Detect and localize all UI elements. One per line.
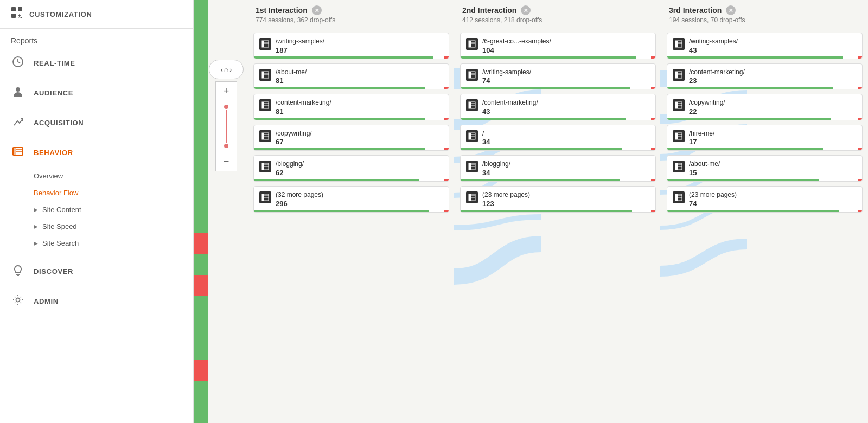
col1-node-6[interactable]: (32 more pages) 296 bbox=[253, 186, 449, 213]
zoom-indicator-top bbox=[224, 105, 228, 109]
page-icon-c2-5 bbox=[466, 161, 478, 172]
svg-rect-34 bbox=[262, 163, 264, 170]
svg-point-9 bbox=[16, 87, 20, 92]
sidebar-item-acquisition[interactable]: ACQUISITION bbox=[0, 108, 193, 138]
col1-subtitle: 774 sessions, 362 drop-offs bbox=[256, 16, 449, 24]
svg-text:+: + bbox=[18, 13, 21, 18]
col3-node6-text: (23 more pages) 74 bbox=[689, 191, 857, 208]
customization-nav[interactable]: + CUSTOMIZATION bbox=[0, 0, 193, 29]
acquisition-icon bbox=[11, 116, 25, 130]
divider-1 bbox=[11, 254, 182, 254]
col1-title: 1st Interaction bbox=[256, 6, 308, 15]
nav-home-icon[interactable]: ⌂ bbox=[224, 65, 228, 74]
col3-node1-bar bbox=[667, 56, 862, 59]
col3-node-2[interactable]: /content-marketing/ 23 bbox=[667, 63, 863, 90]
sidebar-item-discover[interactable]: DISCOVER bbox=[0, 257, 193, 286]
col2-title: 2nd Interaction bbox=[462, 6, 516, 15]
clock-icon bbox=[11, 56, 25, 70]
svg-rect-54 bbox=[469, 133, 471, 139]
sidebar-item-admin[interactable]: ADMIN bbox=[0, 286, 193, 316]
page-icon-c3-5 bbox=[673, 161, 685, 172]
col2-node5-bar bbox=[461, 179, 655, 181]
sidebar-item-behavior[interactable]: BEHAVIOR bbox=[0, 138, 193, 168]
page-icon-c2-1 bbox=[466, 38, 478, 50]
col3-node-1[interactable]: /writing-samples/ 43 bbox=[667, 33, 863, 59]
site-search-label: Site Search bbox=[42, 239, 79, 247]
realtime-label: REAL-TIME bbox=[34, 59, 75, 67]
sidebar-sub-behavior-flow[interactable]: Behavior Flow bbox=[34, 184, 193, 201]
sidebar-item-realtime[interactable]: REAL-TIME bbox=[0, 48, 193, 78]
discover-label: DISCOVER bbox=[34, 267, 73, 275]
svg-rect-22 bbox=[262, 72, 264, 78]
page-icon-c3-1 bbox=[673, 38, 685, 50]
zoom-indicator-bottom bbox=[224, 144, 228, 148]
zoom-in-button[interactable]: + bbox=[215, 82, 237, 101]
svg-rect-70 bbox=[675, 72, 678, 78]
zoom-out-button[interactable]: − bbox=[215, 151, 237, 171]
svg-point-16 bbox=[16, 298, 20, 302]
page-icon-3 bbox=[259, 99, 271, 111]
nav-circle-buttons[interactable]: ‹ ⌂ › bbox=[209, 60, 244, 79]
svg-rect-74 bbox=[675, 102, 678, 108]
col2-subtitle: 412 sessions, 218 drop-offs bbox=[462, 16, 656, 24]
col2-node1-text: /6-great-co...-examples/ 104 bbox=[482, 37, 650, 54]
col2-node-4[interactable]: / 34 bbox=[460, 125, 656, 151]
col1-node5-bar bbox=[254, 179, 449, 181]
behavior-label: BEHAVIOR bbox=[34, 149, 73, 157]
svg-rect-18 bbox=[262, 41, 264, 47]
sidebar-sub-site-search[interactable]: ▶ Site Search bbox=[34, 235, 193, 252]
arrow-right-icon: ▶ bbox=[34, 207, 38, 213]
page-icon bbox=[259, 38, 271, 50]
col2-close-button[interactable]: ✕ bbox=[521, 5, 531, 15]
sidebar-sub-overview[interactable]: Overview bbox=[34, 168, 193, 184]
page-icon-c2-4 bbox=[466, 130, 478, 142]
col2-node5-text: /blogging/ 34 bbox=[482, 160, 650, 177]
col2-node4-text: / 34 bbox=[482, 130, 650, 146]
col1-node3-bar bbox=[254, 118, 449, 120]
col2-node6-bar bbox=[461, 210, 655, 212]
page-icon-4 bbox=[259, 130, 271, 142]
left-bar bbox=[194, 0, 208, 423]
col1-node5-text: /blogging/ 62 bbox=[276, 160, 443, 177]
nav-back-icon[interactable]: ‹ bbox=[220, 66, 222, 74]
svg-rect-1 bbox=[18, 7, 22, 11]
col1-node4-bar bbox=[254, 148, 449, 150]
svg-rect-26 bbox=[262, 102, 264, 108]
column-2: 2nd Interaction ✕ 412 sessions, 218 drop… bbox=[455, 5, 661, 217]
svg-rect-66 bbox=[675, 41, 678, 47]
col2-node-1[interactable]: /6-great-co...-examples/ 104 bbox=[460, 33, 656, 59]
svg-rect-86 bbox=[675, 194, 678, 201]
page-icon-c3-6 bbox=[673, 191, 685, 203]
col1-node6-text: (32 more pages) 296 bbox=[276, 191, 443, 208]
page-icon-c2-3 bbox=[466, 99, 478, 111]
arrow-right-icon-3: ▶ bbox=[34, 240, 38, 246]
gear-icon bbox=[11, 294, 25, 309]
col1-close-button[interactable]: ✕ bbox=[312, 5, 322, 15]
svg-rect-38 bbox=[262, 194, 264, 201]
col1-node-4[interactable]: /copywriting/ 67 bbox=[253, 125, 449, 151]
col1-node3-text: /content-marketing/ 81 bbox=[276, 99, 443, 116]
col2-node-3[interactable]: /content-marketing/ 43 bbox=[460, 94, 656, 120]
col1-node-5[interactable]: /blogging/ 62 bbox=[253, 155, 449, 182]
col1-node-3[interactable]: /content-marketing/ 81 bbox=[253, 94, 449, 120]
reports-label: Reports bbox=[0, 29, 193, 48]
col3-title: 3rd Interaction bbox=[669, 6, 722, 15]
col2-node-6[interactable]: (23 more pages) 123 bbox=[460, 186, 656, 213]
nav-controls: ‹ ⌂ › + − bbox=[209, 60, 244, 171]
col1-node-2[interactable]: /about-me/ 81 bbox=[253, 63, 449, 90]
svg-rect-62 bbox=[469, 194, 471, 201]
col3-close-button[interactable]: ✕ bbox=[726, 5, 736, 15]
col1-node-1[interactable]: /writing-samples/ 187 bbox=[253, 33, 449, 59]
col3-node-4[interactable]: /hire-me/ 17 bbox=[667, 125, 863, 151]
col2-node-5[interactable]: /blogging/ 34 bbox=[460, 155, 656, 182]
col3-node-3[interactable]: /copywriting/ 22 bbox=[667, 94, 863, 120]
sidebar-item-audience[interactable]: AUDIENCE bbox=[0, 78, 193, 108]
sidebar-sub-site-speed[interactable]: ▶ Site Speed bbox=[34, 218, 193, 235]
page-icon-5 bbox=[259, 161, 271, 172]
col3-node-5[interactable]: /about-me/ 15 bbox=[667, 155, 863, 182]
nav-fwd-icon[interactable]: › bbox=[229, 66, 232, 74]
col2-node-2[interactable]: /writing-samples/ 74 bbox=[460, 63, 656, 90]
svg-rect-0 bbox=[11, 7, 16, 11]
sidebar-sub-site-content[interactable]: ▶ Site Content bbox=[34, 201, 193, 218]
col3-node-6[interactable]: (23 more pages) 74 bbox=[667, 186, 863, 213]
